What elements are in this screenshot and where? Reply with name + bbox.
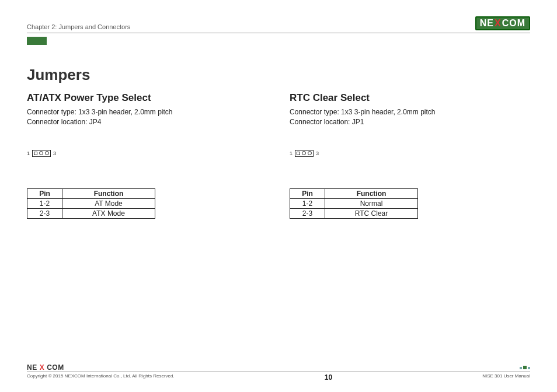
connector-type: Connector type: 1x3 3-pin header, 2.0mm … — [290, 107, 530, 117]
section-title: RTC Clear Select — [290, 92, 530, 104]
logo-pre: NE — [480, 18, 494, 29]
accent-bar — [27, 37, 47, 45]
page-title: Jumpers — [27, 66, 530, 84]
table-header-function: Function — [62, 188, 155, 198]
pin-header-icon — [295, 150, 314, 157]
table-header-pin: Pin — [27, 188, 62, 198]
pin-label-left: 1 — [290, 150, 293, 156]
chapter-label: Chapter 2: Jumpers and Connectors — [27, 23, 130, 30]
pin-2-icon — [302, 151, 306, 155]
table-header-function: Function — [325, 188, 418, 198]
section-title: AT/ATX Power Type Select — [27, 92, 267, 104]
pin-function-table: Pin Function 1-2 Normal 2-3 RTC Clear — [290, 188, 418, 219]
pin-label-right: 3 — [316, 150, 319, 156]
section-at-atx: AT/ATX Power Type Select Connector type:… — [27, 92, 267, 219]
cell-pin: 1-2 — [27, 198, 62, 208]
table-header-pin: Pin — [290, 188, 325, 198]
page-number: 10 — [325, 373, 332, 382]
footer-decoration-icon — [520, 366, 530, 369]
footer-logo-x-icon: X — [40, 363, 45, 372]
cell-function: RTC Clear — [325, 208, 418, 218]
manual-name: NISE 301 User Manual — [482, 373, 530, 382]
page-footer: NEXCOM Copyright © 2015 NEXCOM Internati… — [27, 363, 530, 382]
cell-pin: 1-2 — [290, 198, 325, 208]
table-row: 1-2 AT Mode — [27, 198, 155, 208]
pin-diagram: 1 3 — [27, 150, 267, 157]
footer-logo-pre: NE — [27, 363, 37, 372]
table-row: 2-3 RTC Clear — [290, 208, 418, 218]
pin-header-icon — [32, 150, 51, 157]
pin-1-icon — [34, 152, 37, 155]
pin-function-table: Pin Function 1-2 AT Mode 2-3 ATX Mode — [27, 188, 155, 219]
pin-label-left: 1 — [27, 150, 30, 156]
cell-function: AT Mode — [62, 198, 155, 208]
copyright-text: Copyright © 2015 NEXCOM International Co… — [27, 373, 175, 382]
connector-location: Connector location: JP1 — [290, 117, 530, 127]
section-rtc-clear: RTC Clear Select Connector type: 1x3 3-p… — [290, 92, 530, 219]
cell-pin: 2-3 — [27, 208, 62, 218]
cell-pin: 2-3 — [290, 208, 325, 218]
connector-location: Connector location: JP4 — [27, 117, 267, 127]
footer-logo-post: COM — [47, 363, 64, 372]
pin-3-icon — [308, 151, 312, 155]
connector-type: Connector type: 1x3 3-pin header, 2.0mm … — [27, 107, 267, 117]
logo-x-icon: X — [495, 18, 502, 29]
brand-logo: NEXCOM — [475, 16, 530, 30]
pin-label-right: 3 — [53, 150, 56, 156]
logo-post: COM — [502, 18, 525, 29]
footer-logo: NEXCOM — [27, 363, 64, 372]
header-divider — [27, 33, 530, 33]
cell-function: ATX Mode — [62, 208, 155, 218]
pin-3-icon — [45, 151, 49, 155]
cell-function: Normal — [325, 198, 418, 208]
pin-1-icon — [297, 152, 300, 155]
pin-diagram: 1 3 — [290, 150, 530, 157]
table-row: 1-2 Normal — [290, 198, 418, 208]
table-row: 2-3 ATX Mode — [27, 208, 155, 218]
footer-divider — [27, 372, 530, 372]
pin-2-icon — [39, 151, 43, 155]
